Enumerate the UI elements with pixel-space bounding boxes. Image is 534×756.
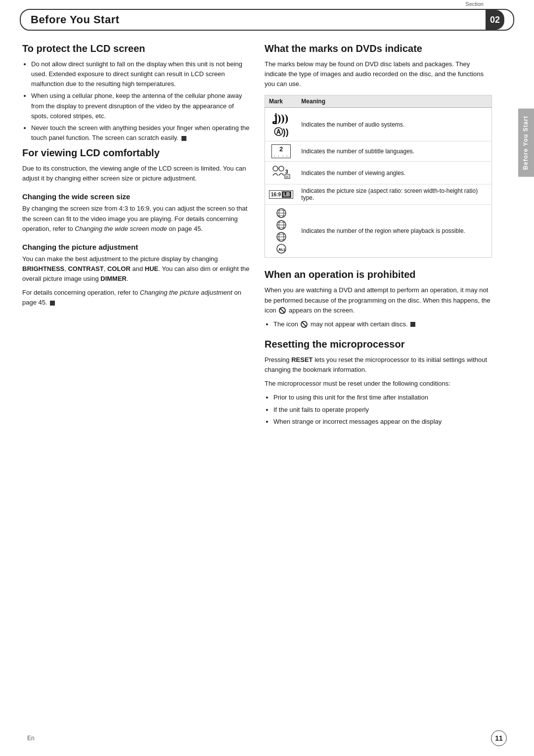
lcd-protect-list: Do not allow direct sunlight to fall on … bbox=[31, 59, 250, 143]
section-label: Section bbox=[465, 1, 484, 7]
header-bar: Section Before You Start 02 bbox=[20, 9, 514, 31]
aspect-mark: 16:9 LB bbox=[269, 190, 293, 199]
footer-lang: En bbox=[27, 735, 35, 742]
wide-screen-italic: Changing the wide screen mode bbox=[75, 225, 167, 232]
mark-angle-meaning: Indicates the number of viewing angles. bbox=[297, 162, 491, 184]
sidebar-tab: Before You Start bbox=[518, 109, 534, 177]
angle-mark-svg: 3 H bbox=[271, 165, 291, 179]
region-marks: ALL bbox=[269, 208, 293, 254]
prohibited-list: The icon may not appear with certain dis… bbox=[273, 319, 492, 329]
table-row: 2 . . . . Indicates the number of subtit… bbox=[265, 141, 492, 162]
picture-adj-heading: Changing the picture adjustment bbox=[22, 243, 250, 251]
mark-subtitle-meaning: Indicates the number of subtitle languag… bbox=[297, 141, 491, 162]
col-mark: Mark bbox=[265, 95, 298, 108]
mark-subtitle-icon: 2 . . . . bbox=[265, 141, 298, 162]
svg-point-1 bbox=[273, 166, 278, 171]
dvd-marks-intro: The marks below may be found on DVD disc… bbox=[265, 59, 492, 89]
microprocessor-heading: Resetting the microprocessor bbox=[265, 338, 492, 350]
lcd-comfortable-body: Due to its construction, the viewing ang… bbox=[22, 164, 250, 183]
wide-screen-heading: Changing the wide screen size bbox=[22, 192, 250, 201]
table-row: ʝ))) Ⓐ)) Indicates the number of audio s… bbox=[265, 108, 492, 141]
list-item: When using a cellular phone, keep the an… bbox=[31, 91, 250, 121]
right-column: What the marks on DVDs indicate The mark… bbox=[265, 43, 492, 431]
dvd-marks-heading: What the marks on DVDs indicate bbox=[265, 43, 492, 54]
list-item-text: Never touch the screen with anything bes… bbox=[31, 124, 250, 141]
list-item: The icon may not appear with certain dis… bbox=[273, 319, 492, 329]
wide-screen-body: By changing the screen size from 4:3 to … bbox=[22, 204, 250, 233]
list-item: Never touch the screen with anything bes… bbox=[31, 123, 250, 143]
mark-region-icon: ALL bbox=[265, 205, 298, 258]
microprocessor-body1: Pressing RESET lets you reset the microp… bbox=[265, 355, 492, 375]
mark-aspect-icon: 16:9 LB bbox=[265, 184, 298, 205]
lcd-protect-heading: To protect the LCD screen bbox=[22, 43, 250, 54]
prohibited-body2: appears on the screen. bbox=[289, 307, 355, 314]
mark-aspect-meaning: Indicates the picture size (aspect ratio… bbox=[297, 184, 491, 205]
prohibited-body: When you are watching a DVD and attempt … bbox=[265, 285, 492, 315]
prohibited-bullet-end: may not appear with certain discs. bbox=[311, 320, 408, 328]
picture-adj-ref: For details concerning operation, refer … bbox=[22, 288, 250, 308]
prohibited-bullet-text: The icon bbox=[273, 320, 300, 328]
prohibited-heading: When an operation is prohibited bbox=[265, 268, 492, 280]
stop-icon bbox=[410, 322, 415, 327]
audio-mark-svg: ʝ))) bbox=[272, 111, 290, 125]
prohibited-icon bbox=[279, 307, 286, 314]
section-number: 02 bbox=[486, 10, 504, 30]
wide-screen-body2: on page 45. bbox=[167, 225, 203, 232]
svg-text:ALL: ALL bbox=[278, 247, 286, 252]
stop-icon bbox=[50, 301, 55, 306]
svg-text:H: H bbox=[286, 175, 288, 178]
microprocessor-list: Prior to using this unit for the first t… bbox=[273, 393, 492, 426]
list-item: If the unit fails to operate properly bbox=[273, 405, 492, 415]
table-row: ALL Indicates the number of the region w… bbox=[265, 205, 492, 258]
page-title: Before You Start bbox=[31, 13, 120, 26]
list-item: Do not allow direct sunlight to fall on … bbox=[31, 59, 250, 89]
lcd-comfortable-heading: For viewing LCD comfortably bbox=[22, 147, 250, 159]
svg-text:ʝ))): ʝ))) bbox=[272, 112, 288, 124]
micro-body1: Pressing bbox=[265, 356, 291, 363]
subtitle-mark: 2 . . . . bbox=[271, 144, 291, 158]
reset-bold: RESET bbox=[291, 356, 312, 363]
globe-icon-all: ALL bbox=[276, 243, 287, 254]
list-item: When strange or incorrect messages appea… bbox=[273, 417, 492, 427]
picture-adj-body: You can make the best adjustment to the … bbox=[22, 254, 250, 284]
list-item: Prior to using this unit for the first t… bbox=[273, 393, 492, 402]
table-row: 3 H Indicates the number of viewing angl… bbox=[265, 162, 492, 184]
mark-audio-meaning: Indicates the number of audio systems. bbox=[297, 108, 491, 141]
svg-point-2 bbox=[279, 166, 284, 171]
footer: En 11 bbox=[0, 730, 534, 746]
mark-angle-icon: 3 H bbox=[265, 162, 298, 184]
page-number: 11 bbox=[491, 730, 507, 746]
mark-region-meaning: Indicates the number of the region where… bbox=[297, 205, 491, 258]
left-column: To protect the LCD screen Do not allow d… bbox=[22, 43, 250, 431]
main-content: To protect the LCD screen Do not allow d… bbox=[22, 43, 507, 431]
stop-icon bbox=[181, 136, 186, 141]
globe-icon-2 bbox=[276, 220, 287, 230]
prohibited-icon-bullet bbox=[301, 321, 308, 328]
col-meaning: Meaning bbox=[297, 95, 491, 108]
mark-audio-icon: ʝ))) Ⓐ)) bbox=[265, 108, 298, 141]
svg-text:3: 3 bbox=[285, 169, 288, 175]
globe-icon-1 bbox=[276, 208, 287, 219]
table-row: 16:9 LB Indicates the picture size (aspe… bbox=[265, 184, 492, 205]
marks-table: Mark Meaning ʝ))) Ⓐ)) Indicates the n bbox=[265, 95, 492, 258]
globe-icon-3 bbox=[276, 231, 287, 242]
microprocessor-body3: The microprocessor must be reset under t… bbox=[265, 379, 492, 389]
